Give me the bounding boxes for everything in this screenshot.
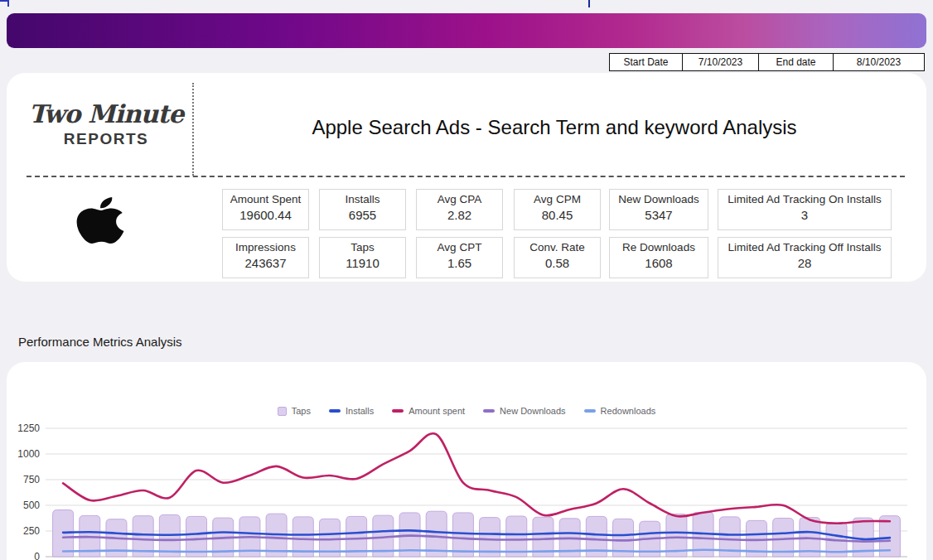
svg-text:1000: 1000 bbox=[17, 448, 40, 460]
metric-value: 28 bbox=[718, 256, 891, 270]
amount-spent-swatch-icon bbox=[392, 409, 404, 413]
metric-label: Avg CPA bbox=[417, 193, 502, 205]
metric-card-avg-cpt: Avg CPT 1.65 bbox=[416, 237, 503, 278]
metric-label: Re Downloads bbox=[610, 241, 708, 253]
metric-value: 243637 bbox=[223, 256, 308, 270]
metric-value: 0.58 bbox=[515, 256, 600, 270]
metric-label: Taps bbox=[320, 241, 405, 253]
metric-card-conv-rate: Conv. Rate 0.58 bbox=[514, 237, 601, 278]
metric-label: Limited Ad Tracking On Installs bbox=[718, 193, 891, 205]
metric-card-new-downloads: New Downloads 5347 bbox=[609, 189, 708, 230]
metrics-row-2: Impressions 243637 Taps 11910 Avg CPT 1.… bbox=[222, 237, 892, 278]
metric-value: 6955 bbox=[320, 208, 405, 222]
new-downloads-swatch-icon bbox=[483, 409, 495, 413]
metric-value: 5347 bbox=[610, 208, 708, 222]
cursor-artifact bbox=[588, 0, 590, 7]
horizontal-dashed-divider bbox=[27, 176, 905, 177]
metric-card-lat-on-installs: Limited Ad Tracking On Installs 3 bbox=[718, 189, 892, 230]
legend-label: New Downloads bbox=[500, 406, 565, 416]
svg-text:1250: 1250 bbox=[17, 422, 40, 434]
metric-label: Impressions bbox=[223, 241, 308, 253]
metric-value: 1.65 bbox=[417, 256, 502, 270]
metric-card-impressions: Impressions 243637 bbox=[222, 237, 309, 278]
legend-item-amount-spent[interactable]: Amount spent bbox=[392, 406, 465, 416]
metric-card-amount-spent: Amount Spent 19600.44 bbox=[222, 189, 309, 230]
metric-value: 11910 bbox=[320, 256, 405, 270]
metric-label: New Downloads bbox=[610, 193, 708, 205]
legend-item-redownloads[interactable]: Redownloads bbox=[584, 406, 656, 416]
installs-swatch-icon bbox=[329, 409, 341, 413]
metric-label: Conv. Rate bbox=[515, 241, 600, 253]
metric-value: 80.45 bbox=[515, 208, 600, 222]
svg-text:500: 500 bbox=[23, 500, 40, 511]
metric-label: Limited Ad Tracking Off Installs bbox=[718, 241, 891, 253]
date-range-filter[interactable]: Start Date 7/10/2023 End date 8/10/2023 bbox=[609, 53, 925, 71]
metric-value: 3 bbox=[718, 208, 891, 222]
metric-card-avg-cpm: Avg CPM 80.45 bbox=[514, 189, 601, 230]
legend-label: Taps bbox=[292, 406, 311, 416]
apple-icon bbox=[76, 194, 124, 250]
legend-label: Installs bbox=[346, 406, 374, 416]
redownloads-swatch-icon bbox=[584, 409, 596, 413]
end-date-label: End date bbox=[758, 54, 833, 70]
end-date-value[interactable]: 8/10/2023 bbox=[833, 54, 924, 70]
metric-card-re-downloads: Re Downloads 1608 bbox=[609, 237, 708, 278]
legend-item-new-downloads[interactable]: New Downloads bbox=[483, 406, 565, 416]
svg-text:0: 0 bbox=[34, 551, 40, 560]
metric-label: Amount Spent bbox=[223, 193, 308, 205]
report-header-card: Two Minute REPORTS Apple Search Ads - Se… bbox=[7, 73, 926, 282]
taps-swatch-icon bbox=[278, 407, 287, 416]
chart-legend: Taps Installs Amount spent New Downloads… bbox=[7, 406, 926, 416]
metric-card-taps: Taps 11910 bbox=[319, 237, 406, 278]
two-minute-reports-logo-sub: REPORTS bbox=[28, 130, 184, 148]
metric-label: Installs bbox=[320, 193, 405, 205]
legend-label: Redownloads bbox=[601, 406, 656, 416]
metric-value: 2.82 bbox=[417, 208, 502, 222]
metric-value: 1608 bbox=[610, 256, 708, 270]
section-title: Performance Metrics Analysis bbox=[18, 335, 182, 349]
svg-text:750: 750 bbox=[23, 474, 40, 485]
metric-label: Avg CPM bbox=[515, 193, 600, 205]
metric-card-avg-cpa: Avg CPA 2.82 bbox=[416, 189, 503, 230]
two-minute-reports-logo: Two Minute bbox=[28, 99, 184, 128]
metric-value: 19600.44 bbox=[223, 208, 308, 222]
start-date-value[interactable]: 7/10/2023 bbox=[682, 54, 758, 70]
report-title: Apple Search Ads - Search Term and keywo… bbox=[197, 116, 911, 139]
metrics-row-1: Amount Spent 19600.44 Installs 6955 Avg … bbox=[222, 189, 892, 230]
start-date-label: Start Date bbox=[610, 54, 682, 70]
report-header-banner bbox=[7, 13, 926, 48]
browser-corner-artifact bbox=[0, 0, 9, 7]
metric-label: Avg CPT bbox=[417, 241, 502, 253]
legend-item-installs[interactable]: Installs bbox=[329, 406, 374, 416]
metric-card-installs: Installs 6955 bbox=[319, 189, 406, 230]
legend-item-taps[interactable]: Taps bbox=[278, 406, 311, 416]
legend-label: Amount spent bbox=[408, 406, 465, 416]
vertical-dotted-divider bbox=[192, 83, 194, 176]
metric-card-lat-off-installs: Limited Ad Tracking Off Installs 28 bbox=[718, 237, 892, 278]
svg-text:250: 250 bbox=[23, 525, 40, 537]
performance-combo-chart: 125010007505002500 bbox=[0, 421, 933, 560]
